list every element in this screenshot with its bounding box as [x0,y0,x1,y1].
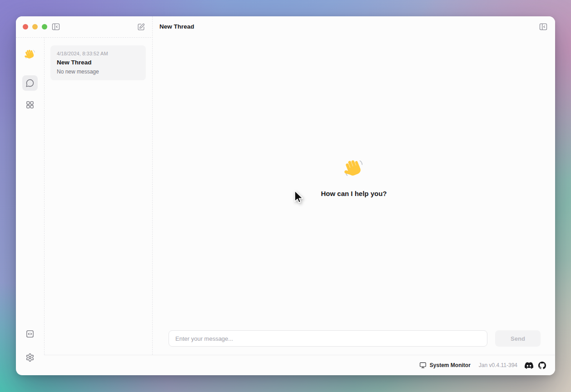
thread-list-item[interactable]: 4/18/2024, 8:33:52 AM New Thread No new … [50,45,146,80]
collapse-right-panel-button[interactable] [538,22,548,32]
app-window: New Thread [16,16,555,375]
grid-icon [25,100,35,109]
thread-list-panel: 4/18/2024, 8:33:52 AM New Thread No new … [44,37,152,355]
app-logo [22,47,38,63]
zoom-button[interactable] [42,24,47,29]
close-button[interactable] [23,24,28,29]
collapse-left-panel-button[interactable] [51,22,61,32]
chat-main-panel: How can I help you? Send [153,37,555,355]
footer-bar: System Monitor Jan v0.4.11-394 [44,355,555,375]
send-button[interactable]: Send [495,330,541,347]
discord-icon [525,362,533,369]
greeting-text: How can I help you? [321,190,387,197]
app-version: Jan v0.4.11-394 [479,362,517,368]
sidebar-item-local-api[interactable] [22,326,38,342]
sidebar-item-hub[interactable] [22,97,38,113]
thread-timestamp: 4/18/2024, 8:33:52 AM [57,51,139,56]
code-square-icon [25,329,35,338]
thread-last-message: No new message [57,69,139,75]
new-thread-button[interactable] [136,22,146,32]
github-icon [538,362,546,369]
empty-state: How can I help you? [153,159,555,197]
compose-icon [137,23,145,31]
page-title: New Thread [159,23,194,30]
gear-icon [25,353,35,362]
sidebar-item-chat[interactable] [22,75,38,91]
chat-bubble-icon [25,78,35,88]
left-ribbon [16,37,44,375]
panel-collapse-icon [51,22,60,31]
thread-title: New Thread [57,59,139,66]
system-monitor-button[interactable]: System Monitor [419,362,471,369]
minimize-button[interactable] [32,24,38,29]
waving-hand-icon [24,49,36,61]
sidebar-item-settings[interactable] [22,350,38,365]
monitor-icon [419,362,427,369]
system-monitor-label: System Monitor [430,362,471,368]
composer: Send [169,330,541,347]
message-input[interactable] [169,330,487,347]
titlebar: New Thread [16,16,555,38]
discord-link[interactable] [525,362,533,369]
panel-collapse-icon [539,22,548,31]
github-link[interactable] [538,362,546,369]
waving-hand-icon [343,159,364,180]
